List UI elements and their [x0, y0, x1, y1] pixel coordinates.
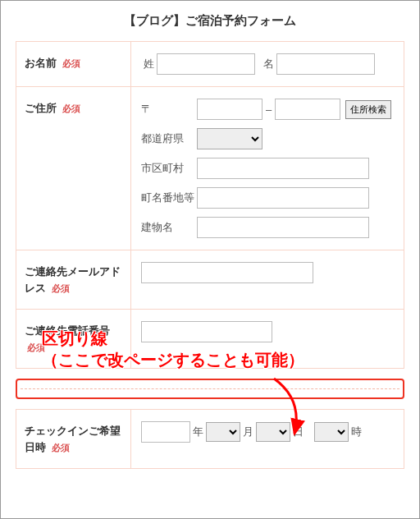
- row-address: ご住所 必須 〒 – 住所検索 都道府県 市区町村: [16, 87, 404, 250]
- divider-section: [16, 379, 404, 399]
- label-phone: ご連絡先電話番号 必須: [16, 310, 131, 369]
- input-email[interactable]: [141, 262, 313, 283]
- select-day[interactable]: [256, 422, 290, 442]
- label-address: ご住所 必須: [16, 87, 131, 250]
- postal-prefix: 〒: [141, 102, 158, 117]
- unit-hour: 時: [351, 425, 362, 439]
- label-phone-text: ご連絡先電話番号: [25, 324, 110, 337]
- form-container: 【ブログ】ご宿泊予約フォーム お名前 必須 姓 名 ご住所 必須: [1, 1, 419, 479]
- label-email-text: ご連絡先メールアドレス: [25, 265, 121, 294]
- label-email: ご連絡先メールアドレス 必須: [16, 250, 131, 310]
- required-badge: 必須: [27, 342, 45, 352]
- unit-day: 日: [293, 425, 304, 439]
- required-badge: 必須: [52, 443, 70, 452]
- input-given[interactable]: [276, 53, 375, 75]
- label-checkin-text: チェックインご希望日時: [25, 425, 121, 453]
- label-address-text: ご住所: [25, 102, 57, 114]
- label-street: 町名番地等: [141, 191, 197, 205]
- unit-year: 年: [193, 425, 203, 439]
- label-city: 市区町村: [141, 161, 197, 176]
- input-street[interactable]: [197, 187, 369, 209]
- select-pref[interactable]: [197, 128, 262, 149]
- label-name: お名前 必須: [16, 42, 131, 87]
- form-table: お名前 必須 姓 名 ご住所 必須 〒: [16, 41, 404, 369]
- divider-highlight-box: [16, 379, 404, 399]
- form-title: 【ブログ】ご宿泊予約フォーム: [16, 13, 404, 29]
- address-search-button[interactable]: 住所検索: [345, 100, 391, 119]
- row-checkin: チェックインご希望日時 必須 年 月 日 時: [16, 410, 404, 469]
- required-badge: 必須: [62, 103, 80, 113]
- required-badge: 必須: [62, 58, 80, 68]
- input-postal1[interactable]: [197, 99, 262, 120]
- row-email: ご連絡先メールアドレス 必須: [16, 250, 404, 310]
- unit-month: 月: [243, 425, 253, 439]
- label-name-text: お名前: [25, 57, 57, 69]
- divider-line: [21, 388, 399, 389]
- input-building[interactable]: [197, 217, 369, 238]
- prefix-surname: 姓: [144, 57, 154, 71]
- input-postal2[interactable]: [275, 99, 340, 120]
- select-month[interactable]: [206, 422, 240, 442]
- label-pref: 都道府県: [141, 131, 197, 146]
- input-surname[interactable]: [157, 53, 255, 75]
- label-building: 建物名: [141, 220, 197, 235]
- dash-icon: –: [266, 103, 272, 116]
- input-phone[interactable]: [141, 321, 272, 342]
- input-city[interactable]: [197, 158, 369, 179]
- row-phone: ご連絡先電話番号 必須: [16, 310, 404, 369]
- prefix-given: 名: [263, 57, 274, 71]
- label-checkin: チェックインご希望日時 必須: [16, 410, 131, 469]
- form-table-2: チェックインご希望日時 必須 年 月 日 時: [16, 409, 404, 469]
- required-badge: 必須: [52, 283, 70, 293]
- row-name: お名前 必須 姓 名: [16, 42, 404, 87]
- select-hour[interactable]: [314, 422, 349, 442]
- input-year[interactable]: [141, 421, 190, 443]
